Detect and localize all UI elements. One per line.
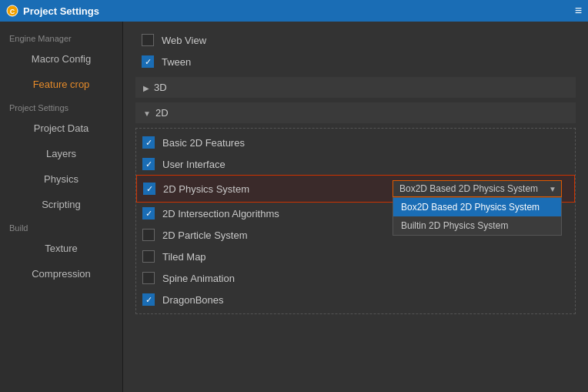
arrow-2d-icon: [143, 107, 151, 119]
section-header-2d[interactable]: 2D: [135, 102, 576, 123]
dropdown-option-box2d[interactable]: Box2D Based 2D Physics System: [393, 198, 561, 216]
label-particle: 2D Particle System: [162, 230, 248, 241]
feature-row-basic2d: Basic 2D Features: [136, 132, 575, 153]
label-intersection: 2D Intersection Algorithms: [162, 208, 279, 219]
app-icon: C: [6, 5, 18, 17]
checkbox-basic2d[interactable]: [142, 136, 155, 149]
checkbox-physics2d[interactable]: [143, 183, 155, 195]
title-bar: C Project Settings ≡: [0, 0, 588, 22]
feature-row-dragonbones: DragonBones: [136, 289, 575, 310]
sidebar-item-project-data[interactable]: Project Data: [0, 116, 122, 141]
checkbox-particle[interactable]: [142, 229, 155, 241]
project-settings-label: Project Settings: [0, 97, 122, 116]
sidebar-item-texture[interactable]: Texture: [0, 236, 122, 261]
checkbox-spine[interactable]: [142, 272, 155, 284]
label-spine: Spine Animation: [162, 273, 235, 284]
sidebar-item-layers[interactable]: Layers: [0, 141, 122, 166]
checkbox-tween[interactable]: [142, 55, 154, 68]
section-2d-label: 2D: [155, 107, 169, 119]
sidebar: Engine Manager Macro Config Feature crop…: [0, 22, 123, 392]
sidebar-item-feature-crop[interactable]: Feature crop: [0, 72, 122, 97]
checkbox-dragonbones[interactable]: [142, 293, 155, 306]
physics-dropdown-menu: Box2D Based 2D Physics System Builtin 2D…: [393, 197, 562, 236]
feature-row-webview: Web View: [135, 29, 576, 51]
physics-dropdown-btn[interactable]: Box2D Based 2D Physics System: [393, 180, 562, 197]
sidebar-item-scripting[interactable]: Scripting: [0, 192, 122, 217]
feature-row-physics2d: 2D Physics System Box2D Based 2D Physics…: [136, 175, 575, 203]
section-header-3d[interactable]: 3D: [135, 77, 576, 98]
engine-manager-label: Engine Manager: [0, 28, 122, 46]
checkbox-webview[interactable]: [142, 34, 154, 46]
label-dragonbones: DragonBones: [162, 294, 224, 306]
title-bar-left: C Project Settings: [6, 5, 99, 17]
feature-row-tiled: Tiled Map: [136, 246, 575, 267]
label-webview: Web View: [162, 35, 206, 46]
feature-row-tween: Tween: [135, 51, 576, 72]
label-ui: User Interface: [162, 159, 226, 170]
build-label: Build: [0, 217, 122, 236]
physics-dropdown-wrapper: Box2D Based 2D Physics System Box2D Base…: [393, 180, 562, 197]
label-tween: Tween: [162, 56, 191, 68]
checkbox-tiled[interactable]: [142, 250, 155, 263]
main-layout: Engine Manager Macro Config Feature crop…: [0, 22, 588, 392]
label-tiled: Tiled Map: [162, 251, 206, 263]
svg-text:C: C: [10, 8, 15, 15]
arrow-3d-icon: [143, 82, 149, 93]
section-3d-label: 3D: [154, 82, 167, 93]
menu-icon[interactable]: ≡: [575, 4, 582, 18]
feature-row-spine: Spine Animation: [136, 267, 575, 289]
window-title: Project Settings: [23, 5, 99, 17]
checkbox-intersection[interactable]: [142, 207, 155, 219]
feature-row-ui: User Interface: [136, 153, 575, 175]
checkbox-ui[interactable]: [142, 158, 155, 170]
sidebar-item-macro-config[interactable]: Macro Config: [0, 46, 122, 72]
sidebar-item-compression[interactable]: Compression: [0, 261, 122, 286]
dropdown-selected-text: Box2D Based 2D Physics System: [399, 183, 538, 194]
label-physics2d: 2D Physics System: [163, 183, 249, 195]
label-basic2d: Basic 2D Features: [162, 137, 245, 149]
section-2d-content: Basic 2D Features User Interface 2D Phys…: [135, 128, 576, 314]
content-area: Web View Tween 3D 2D Basic 2D Features: [123, 22, 588, 392]
sidebar-item-physics[interactable]: Physics: [0, 166, 122, 192]
dropdown-option-builtin[interactable]: Builtin 2D Physics System: [393, 216, 561, 235]
